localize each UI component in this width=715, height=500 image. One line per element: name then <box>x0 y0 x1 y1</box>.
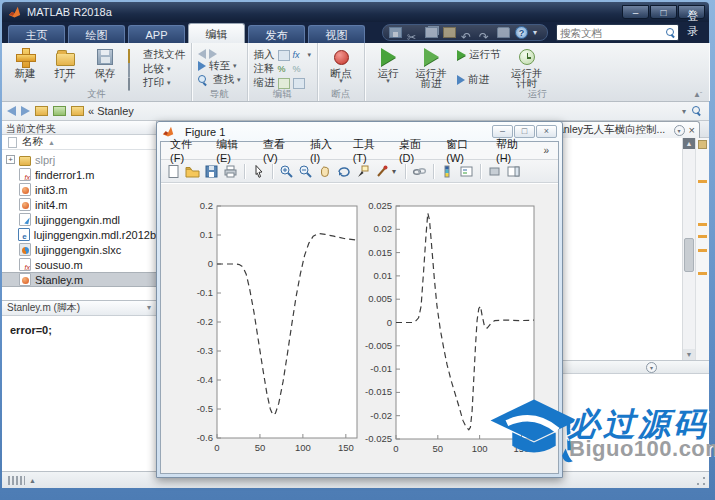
run-button[interactable]: 运行▾ <box>371 46 405 89</box>
brush-dropdown-icon[interactable]: ▾ <box>392 166 400 177</box>
grip-arrow-icon[interactable]: ▲ <box>29 477 36 484</box>
show-plot-tools-icon[interactable] <box>505 163 522 180</box>
scrollbar-down-icon[interactable]: ▼ <box>683 349 695 360</box>
name-column-header[interactable]: 名称 ▲ <box>2 135 156 150</box>
back-forward-buttons[interactable] <box>198 48 241 59</box>
file-row-slprj[interactable]: +slprj <box>2 152 156 167</box>
back-icon[interactable] <box>7 106 16 116</box>
find-files-button[interactable]: 查找文件 <box>128 48 185 62</box>
minimize-button[interactable]: – <box>622 5 649 19</box>
figure-menu-桌[interactable]: 桌面(D) <box>393 137 440 164</box>
insert-legend-icon[interactable] <box>458 163 475 180</box>
window-resize-grip[interactable] <box>696 476 706 486</box>
compare-button[interactable]: 比较▾ <box>128 62 185 76</box>
figure-menu-插[interactable]: 插入(I) <box>304 137 347 164</box>
qat-dropdown-icon[interactable]: ▾ <box>533 27 541 38</box>
save-figure-icon[interactable] <box>203 163 220 180</box>
run-section-button[interactable]: 运行节 <box>457 48 501 62</box>
hide-plot-tools-icon[interactable] <box>486 163 503 180</box>
panel-actions-icon[interactable]: ▾ <box>646 362 657 373</box>
paste-icon[interactable] <box>443 27 456 38</box>
analyzer-mark[interactable] <box>698 223 707 226</box>
brush-icon[interactable] <box>373 163 390 180</box>
forward-icon[interactable] <box>209 49 217 59</box>
advance-button[interactable]: 前进 <box>457 73 501 87</box>
open-button[interactable]: 打开▾ <box>48 46 82 89</box>
edit-plot-pointer-icon[interactable] <box>250 163 267 180</box>
figure-menu-工[interactable]: 工具(T) <box>347 137 393 164</box>
file-row-init3.m[interactable]: init3.m <box>2 182 156 197</box>
file-row-finderror1.m[interactable]: finderror1.m <box>2 167 156 182</box>
back-icon[interactable] <box>198 49 206 59</box>
login-button[interactable]: 登录 <box>687 9 709 39</box>
copy-icon[interactable] <box>425 27 438 38</box>
file-row-lujinggengxin.mdl[interactable]: lujinggengxin.mdl <box>2 212 156 227</box>
save-icon[interactable] <box>389 27 402 38</box>
browse-folder-icon[interactable] <box>53 106 66 116</box>
figure-close-button[interactable]: × <box>536 125 557 138</box>
file-row-init4.m[interactable]: init4.m <box>2 197 156 212</box>
redo-icon[interactable] <box>479 27 492 38</box>
forward-icon[interactable] <box>21 106 30 116</box>
editor-scrollbar[interactable]: ▲ ▼ <box>682 138 695 360</box>
open-file-icon[interactable] <box>184 163 201 180</box>
file-row-Stanley.m[interactable]: Stanley.m <box>2 272 156 287</box>
tab-发布[interactable]: 发布 <box>248 25 305 43</box>
new-button[interactable]: 新建▾ <box>8 46 42 89</box>
file-row-lujinggengxin.slxc[interactable]: lujinggengxin.slxc <box>2 242 156 257</box>
up-folder-icon[interactable] <box>35 106 48 116</box>
current-folder-header[interactable]: 当前文件夹 <box>2 121 156 135</box>
analyzer-mark[interactable] <box>698 249 707 252</box>
zoom-out-icon[interactable] <box>297 163 314 180</box>
doc-search-box[interactable] <box>556 24 679 41</box>
breadcrumb[interactable]: « Stanley <box>71 105 134 117</box>
tab-actions-icon[interactable]: ▾ <box>674 125 685 136</box>
link-plot-icon[interactable] <box>411 163 428 180</box>
search-input[interactable] <box>560 27 666 39</box>
chevron-down-icon[interactable]: ▾ <box>147 303 151 312</box>
comment-row[interactable]: 注释%% <box>254 62 312 76</box>
breadcrumb-path[interactable]: « Stanley <box>88 105 134 117</box>
print-figure-icon[interactable] <box>222 163 239 180</box>
tab-绘图[interactable]: 绘图 <box>68 25 125 43</box>
analyzer-mark[interactable] <box>698 235 707 238</box>
print-icon[interactable] <box>497 27 510 38</box>
breakpoints-button[interactable]: 断点▾ <box>324 46 358 89</box>
figure-menu-查[interactable]: 查看(V) <box>257 137 304 164</box>
run-time-button[interactable]: 运行并计时 <box>507 46 547 89</box>
find-button[interactable]: 查找▾ <box>198 73 241 87</box>
recent-folders-dropdown-icon[interactable]: ▾ <box>682 107 686 116</box>
undo-icon[interactable] <box>461 27 474 38</box>
editor-document-tab[interactable]: Stanley无人车横向控制... ▾ × <box>543 121 700 138</box>
pan-icon[interactable] <box>316 163 333 180</box>
tab-编辑器[interactable]: 编辑器 <box>188 23 245 43</box>
insert-colorbar-icon[interactable] <box>439 163 456 180</box>
rotate-3d-icon[interactable] <box>335 163 352 180</box>
scrollbar-thumb[interactable] <box>684 238 694 272</box>
tab-视图[interactable]: 视图 <box>308 25 365 43</box>
figure-menu-窗[interactable]: 窗口(W) <box>440 137 490 164</box>
maximize-button[interactable]: □ <box>650 5 677 19</box>
collapse-ribbon-icon[interactable]: ▲̄ <box>693 90 701 99</box>
analyzer-status-icon[interactable] <box>698 140 707 149</box>
details-panel-header[interactable]: Stanley.m (脚本) ▾ <box>2 300 156 316</box>
figure-menu-编[interactable]: 编辑(E) <box>210 137 257 164</box>
zoom-in-icon[interactable] <box>278 163 295 180</box>
new-figure-icon[interactable] <box>165 163 182 180</box>
details-resize-grip[interactable] <box>8 476 25 485</box>
analyzer-mark[interactable] <box>698 272 707 275</box>
scrollbar-up-icon[interactable]: ▲ <box>683 138 695 149</box>
left-axes[interactable]: 0501001500.20.10-0.1-0.2-0.3-0.4-0.5-0.6 <box>171 198 365 462</box>
cut-icon[interactable] <box>407 27 420 38</box>
help-icon[interactable]: ? <box>515 26 528 39</box>
search-icon[interactable] <box>666 28 675 37</box>
file-row-lujinggengxin.mdl.r2012b[interactable]: lujinggengxin.mdl.r2012b <box>2 227 156 242</box>
goto-button[interactable]: 转至▾ <box>198 59 241 73</box>
save-button[interactable]: 保存▾ <box>88 46 122 89</box>
figure-menu-文[interactable]: 文件(F) <box>164 137 210 164</box>
close-tab-icon[interactable]: × <box>689 125 695 136</box>
data-cursor-icon[interactable] <box>354 163 371 180</box>
file-row-sousuo.m[interactable]: sousuo.m <box>2 257 156 272</box>
expand-icon[interactable]: + <box>6 155 15 164</box>
figure-menu-帮[interactable]: 帮助(H) <box>490 137 537 164</box>
